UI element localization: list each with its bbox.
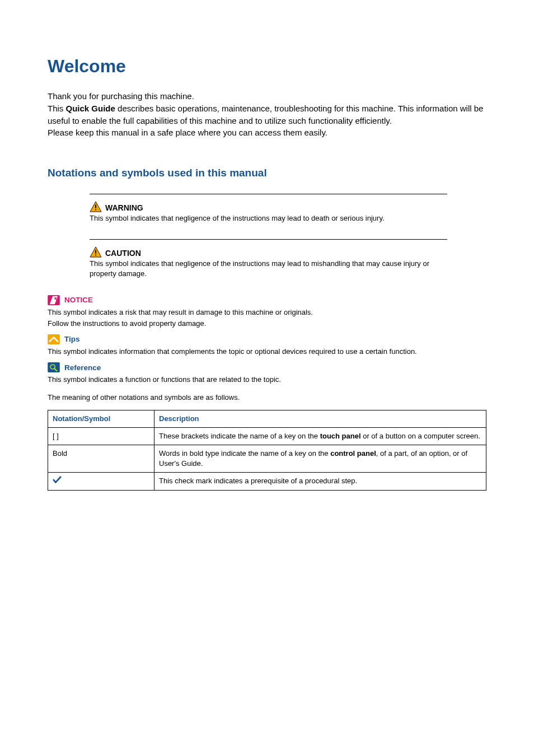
checkmark-icon: [53, 476, 62, 484]
tips-text: This symbol indicates information that c…: [48, 347, 486, 357]
table-row: Bold Words in bold type indicate the nam…: [48, 445, 486, 472]
reference-icon: [48, 362, 60, 372]
notice-icon: [48, 295, 60, 305]
svg-rect-5: [48, 334, 60, 344]
svg-rect-1: [95, 209, 96, 211]
description-cell: These brackets indicate the name of a ke…: [154, 427, 486, 445]
reference-text: This symbol indicates a function or func…: [48, 375, 486, 385]
caution-heading-row: CAUTION: [90, 246, 447, 258]
warning-label: WARNING: [105, 203, 143, 212]
notice-heading-row: NOTICE: [48, 295, 486, 305]
notation-cell-checkmark: [48, 473, 154, 491]
notation-cell: Bold: [48, 445, 154, 472]
notice-label: NOTICE: [64, 296, 93, 304]
reference-label: Reference: [64, 363, 101, 372]
tips-label: Tips: [64, 335, 80, 343]
notation-table: Notation/Symbol Description [ ] These br…: [48, 410, 486, 491]
table-row: This check mark indicates a prerequisite…: [48, 473, 486, 491]
intro-paragraph: Thank you for purchasing this machine. T…: [48, 90, 486, 139]
table-intro: The meaning of other notations and symbo…: [48, 393, 486, 403]
warning-heading-row: WARNING: [90, 201, 447, 212]
tips-heading-row: Tips: [48, 334, 486, 344]
description-cell: This check mark indicates a prerequisite…: [154, 473, 486, 491]
caution-triangle-icon: [90, 246, 102, 258]
table-row: [ ] These brackets indicate the name of …: [48, 427, 486, 445]
intro-quick-guide: Quick Guide: [66, 104, 115, 113]
reference-heading-row: Reference: [48, 362, 486, 372]
warning-rule: [90, 194, 447, 194]
caution-label: CAUTION: [105, 249, 141, 258]
intro-line2-pre: This: [48, 104, 66, 113]
page-title: Welcome: [48, 56, 486, 77]
caution-block: CAUTION This symbol indicates that negli…: [90, 239, 447, 279]
caution-rule: [90, 239, 447, 240]
svg-rect-3: [95, 255, 96, 256]
intro-line1: Thank you for purchasing this machine.: [48, 91, 194, 101]
notice-text2: Follow the instructions to avoid propert…: [48, 319, 486, 329]
intro-line3: Please keep this manual in a safe place …: [48, 128, 327, 137]
svg-rect-0: [95, 204, 96, 208]
warning-triangle-icon: [90, 201, 102, 212]
svg-rect-2: [95, 250, 96, 254]
table-header-notation: Notation/Symbol: [48, 410, 154, 427]
caution-text: This symbol indicates that negligence of…: [90, 259, 447, 279]
warning-text: This symbol indicates that negligence of…: [90, 213, 447, 223]
svg-rect-6: [48, 362, 60, 372]
section-heading: Notations and symbols used in this manua…: [48, 167, 486, 179]
tips-icon: [48, 334, 60, 344]
table-header-description: Description: [154, 410, 486, 427]
warning-block: WARNING This symbol indicates that negli…: [90, 194, 447, 223]
description-cell: Words in bold type indicate the name of …: [154, 445, 486, 472]
notice-text1: This symbol indicates a risk that may re…: [48, 307, 486, 318]
notation-cell: [ ]: [48, 427, 154, 445]
